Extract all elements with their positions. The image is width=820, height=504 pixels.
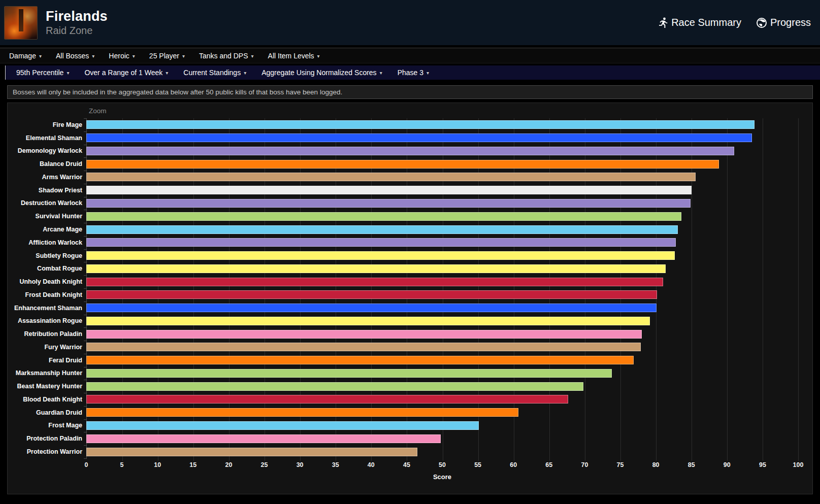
category-label: Combat Rogue <box>8 265 86 272</box>
filter-raid-size-label: 25 Player <box>149 52 179 60</box>
bar-track <box>86 434 798 443</box>
chart-bar[interactable] <box>86 343 641 351</box>
category-label: Affliction Warlock <box>8 239 86 246</box>
chart-bar[interactable] <box>86 408 518 417</box>
chart-bar[interactable] <box>86 278 663 286</box>
filter-item-levels[interactable]: All Item Levels ▾ <box>261 52 327 60</box>
bar-track <box>86 343 798 351</box>
chart-bar[interactable] <box>86 434 441 443</box>
chart-bar[interactable] <box>86 147 734 155</box>
chart-bar[interactable] <box>86 448 417 456</box>
filter-standings-label: Current Standings <box>183 69 241 77</box>
chart-bar[interactable] <box>86 395 568 404</box>
chart-row: Shadow Priest <box>8 184 805 197</box>
filter-standings[interactable]: Current Standings ▾ <box>176 69 254 77</box>
chart-bar[interactable] <box>86 317 650 325</box>
bar-track <box>86 225 798 234</box>
category-label: Guardian Druid <box>8 409 86 416</box>
chart-bar[interactable] <box>86 264 666 273</box>
filter-all-bosses-label: All Bosses <box>56 52 89 60</box>
filter-all-bosses[interactable]: All Bosses ▾ <box>49 52 102 60</box>
filter-aggregate[interactable]: Aggregate Using Normalized Scores ▾ <box>254 69 389 77</box>
bar-track <box>86 238 798 247</box>
filter-difficulty-label: Heroic <box>109 52 129 60</box>
category-label: Survival Hunter <box>8 213 86 220</box>
bar-track <box>86 133 798 142</box>
bar-track <box>86 421 798 430</box>
chart-row: Balance Druid <box>8 157 805 171</box>
chart-row: Destruction Warlock <box>8 197 805 210</box>
chevron-down-icon: ▾ <box>380 70 382 76</box>
chart-bar[interactable] <box>86 212 681 221</box>
category-label: Frost Death Knight <box>8 291 86 298</box>
category-label: Feral Druid <box>8 357 86 364</box>
filter-role[interactable]: Tanks and DPS ▾ <box>192 52 261 60</box>
x-tick-label: 70 <box>581 461 588 468</box>
category-label: Shadow Priest <box>8 187 86 194</box>
bar-track <box>86 290 798 299</box>
chart-plot-area: Fire MageElemental ShamanDemonology Warl… <box>8 118 805 458</box>
x-tick-label: 0 <box>85 461 88 468</box>
chevron-down-icon: ▾ <box>427 70 429 76</box>
notice-text: Bosses will only be included in the aggr… <box>13 88 342 96</box>
chevron-down-icon: ▾ <box>251 53 254 59</box>
filter-phase[interactable]: Phase 3 ▾ <box>390 69 437 77</box>
race-summary-link[interactable]: Race Summary <box>659 17 741 28</box>
chart-row: Arcane Mage <box>8 223 805 236</box>
bar-track <box>86 186 798 194</box>
filter-percentile-label: 95th Percentile <box>16 69 63 77</box>
chart-row: Arms Warrior <box>8 171 805 184</box>
chart-bar[interactable] <box>86 251 675 260</box>
x-tick-label: 15 <box>189 461 196 468</box>
chart-bar[interactable] <box>86 173 696 181</box>
x-tick-label: 50 <box>439 461 446 468</box>
zone-header: Firelands Raid Zone Race Summary Progres… <box>0 0 820 45</box>
chart-bar[interactable] <box>86 133 752 142</box>
chart-row: Assassination Rogue <box>8 314 805 327</box>
progress-link[interactable]: Progress <box>757 17 811 28</box>
chart-bar[interactable] <box>86 290 657 299</box>
chart-bar[interactable] <box>86 160 719 169</box>
chart-row: Enhancement Shaman <box>8 301 805 315</box>
category-label: Arms Warrior <box>8 174 86 181</box>
filter-damage[interactable]: Damage ▾ <box>2 52 49 60</box>
chart-row: Protection Warrior <box>8 445 805 458</box>
filter-percentile[interactable]: 95th Percentile ▾ <box>9 69 77 77</box>
filter-range-label: Over a Range of 1 Week <box>84 69 162 77</box>
globe-icon <box>757 18 767 28</box>
chart-bar[interactable] <box>86 225 678 234</box>
chevron-down-icon: ▾ <box>92 53 94 59</box>
category-label: Marksmanship Hunter <box>8 369 86 377</box>
chart-bar[interactable] <box>86 330 642 339</box>
chart-row: Combat Rogue <box>8 262 805 275</box>
x-tick-label: 60 <box>510 461 517 468</box>
chart-bar[interactable] <box>86 304 657 312</box>
category-label: Protection Paladin <box>8 435 86 442</box>
chart-bar[interactable] <box>86 421 479 430</box>
chart-bar[interactable] <box>86 382 583 391</box>
category-label: Demonology Warlock <box>8 147 86 154</box>
chart-bar[interactable] <box>86 199 691 208</box>
filter-range[interactable]: Over a Range of 1 Week ▾ <box>77 69 176 77</box>
filter-raid-size[interactable]: 25 Player ▾ <box>142 52 192 60</box>
filter-damage-label: Damage <box>9 52 36 60</box>
chart-x-axis: 0510152025303540455055606570758085909510… <box>86 458 798 471</box>
filter-difficulty[interactable]: Heroic ▾ <box>102 52 142 60</box>
category-label: Assassination Rogue <box>8 317 86 324</box>
chart-bar[interactable] <box>86 369 612 378</box>
x-tick-label: 85 <box>688 461 695 468</box>
zoom-label: Zoom <box>89 107 107 115</box>
chart-bar[interactable] <box>86 356 634 364</box>
bar-track <box>86 448 798 456</box>
chevron-down-icon: ▾ <box>133 53 135 59</box>
score-chart: Zoom Fire MageElemental ShamanDemonology… <box>7 103 813 494</box>
category-label: Protection Warrior <box>8 448 86 455</box>
category-label: Frost Mage <box>8 422 86 429</box>
chart-bar[interactable] <box>86 186 692 194</box>
chart-bar[interactable] <box>86 238 676 247</box>
filter-item-levels-label: All Item Levels <box>268 52 314 60</box>
filter-phase-label: Phase 3 <box>398 69 423 77</box>
category-label: Balance Druid <box>8 160 86 167</box>
chart-row: Marksmanship Hunter <box>8 367 805 380</box>
chart-bar[interactable] <box>86 120 755 129</box>
